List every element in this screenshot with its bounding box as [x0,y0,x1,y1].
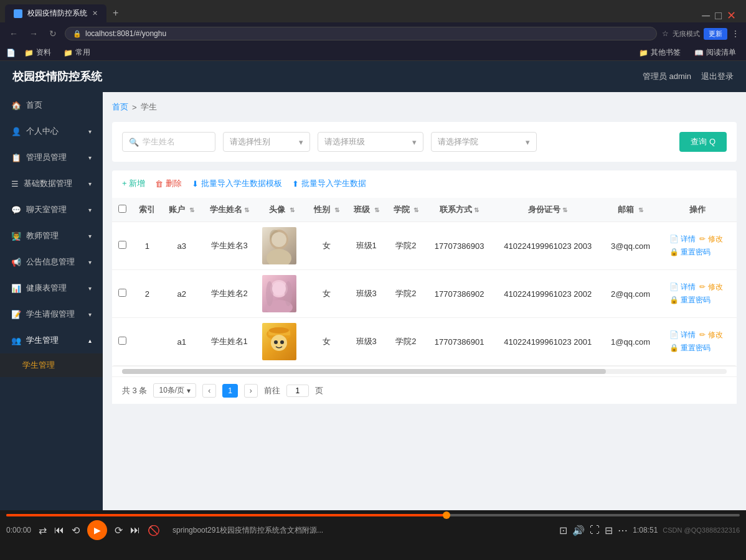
sidebar-item-home[interactable]: 🏠 首页 [0,92,103,118]
avatar-img-3 [262,323,296,360]
per-page-select[interactable]: 10条/页 ▾ [153,383,196,398]
sidebar-item-leave[interactable]: 📝 学生请假管理 ▾ [0,301,103,327]
close-window-icon[interactable]: ✕ [727,9,736,22]
row3-index [133,318,162,366]
back-button[interactable]: ← [6,27,21,40]
row3-email: 1@qq.com [603,318,658,366]
breadcrumb-home-link[interactable]: 首页 [112,101,128,113]
import-template-button[interactable]: ⬇ 批量导入学生数据模板 [192,178,282,189]
row3-detail-button[interactable]: 📄 详情 [669,330,696,340]
sidebar-sub-item-student-mgmt[interactable]: 学生管理 [0,353,103,377]
row2-edit-button[interactable]: ✏ 修改 [699,282,722,292]
row1-name: 学生姓名3 [202,222,257,270]
shuffle-button[interactable]: ⇄ [39,525,47,536]
page-number-input[interactable] [286,385,309,397]
app-header: 校园疫情防控系统 管理员 admin 退出登录 [0,61,746,92]
sort-icon-school[interactable]: ⇅ [413,207,418,213]
sidebar-item-student[interactable]: 👥 学生管理 ▴ [0,327,103,353]
sidebar-item-notice[interactable]: 📢 公告信息管理 ▾ [0,249,103,275]
row1-avatar [257,222,307,270]
pagination-bar: 共 3 条 10条/页 ▾ ‹ 1 › 前往 页 [112,376,737,404]
prev-track-button[interactable]: ⏮ [54,525,64,536]
sidebar-item-health[interactable]: 📊 健康表管理 ▾ [0,275,103,301]
update-button[interactable]: 更新 [704,28,727,40]
sort-icon-email[interactable]: ⇅ [638,207,643,213]
browser-tab-active[interactable]: 校园疫情防控系统 ✕ [5,4,106,22]
row1-edit-button[interactable]: ✏ 修改 [699,234,722,245]
scroll-thumb[interactable] [122,369,606,374]
sidebar: 🏠 首页 👤 个人中心 ▾ 📋 管理员管理 ▾ ☰ 基础数据管理 ▾ 💬 聊天室… [0,92,103,510]
checkbox-header[interactable] [112,198,133,222]
row3-reset-pwd-button[interactable]: 🔒 重置密码 [669,343,711,353]
sort-icon-account[interactable]: ⇅ [189,207,194,213]
logout-button[interactable]: 退出登录 [701,71,734,82]
progress-track[interactable] [6,514,740,516]
row1-reset-pwd-button[interactable]: 🔒 重置密码 [669,247,711,258]
tab-close-icon[interactable]: ✕ [92,9,98,17]
address-bar[interactable]: 🔒 localhost:8081/#/yonghu [65,27,657,40]
progress-thumb[interactable] [443,511,450,519]
browser-toolbar: ← → ↻ 🔒 localhost:8081/#/yonghu ☆ 无痕模式 更… [0,22,746,45]
fullscreen-button[interactable]: ⛶ [590,525,600,536]
class-select[interactable]: 请选择班级 ▾ [318,132,423,152]
fast-forward-button[interactable]: ⟳ [115,525,123,536]
no-video-button[interactable]: 🚫 [148,525,160,536]
rewind-button[interactable]: ⟲ [72,525,80,536]
row1-detail-button[interactable]: 📄 详情 [669,234,696,245]
sidebar-item-personal[interactable]: 👤 个人中心 ▾ [0,118,103,144]
horizontal-scrollbar[interactable] [112,366,737,376]
sort-icon-gender[interactable]: ⇅ [334,207,339,213]
menu-icon[interactable]: ⋮ [731,29,740,39]
row1-school: 学院2 [386,222,426,270]
row2-detail-button[interactable]: 📄 详情 [669,282,696,292]
gender-select[interactable]: 请选择性别 ▾ [223,132,310,152]
next-page-button[interactable]: › [244,384,258,398]
sidebar-item-base-data[interactable]: ☰ 基础数据管理 ▾ [0,170,103,197]
prev-page-button[interactable]: ‹ [202,384,216,398]
add-button[interactable]: + 新增 [122,178,145,189]
maximize-icon[interactable]: □ [715,9,722,22]
student-icon: 👥 [11,336,21,345]
sidebar-item-admin[interactable]: 📋 管理员管理 ▾ [0,144,103,170]
row3-edit-button[interactable]: ✏ 修改 [699,330,722,340]
sort-icon-class[interactable]: ⇅ [374,207,379,213]
row2-checkbox[interactable] [118,289,126,297]
delete-button[interactable]: 🗑 删除 [155,178,182,189]
star-icon[interactable]: ☆ [662,29,669,38]
query-button[interactable]: 查询 Q [679,132,727,152]
reading-list[interactable]: 📖 阅读清单 [691,47,740,58]
bookmark-item-common[interactable]: 📁 常用 [60,47,94,58]
forward-button[interactable]: → [26,27,41,40]
other-bookmarks[interactable]: 📁 其他书签 [635,47,684,58]
tab-favicon [14,9,22,18]
row3-checkbox[interactable] [118,337,126,345]
new-tab-button[interactable]: + [106,4,125,22]
search-name-input[interactable]: 🔍 学生姓名 [122,132,215,152]
refresh-button[interactable]: ↻ [46,27,60,40]
next-track-button[interactable]: ⏭ [130,525,140,536]
time-current: 0:00:00 [6,526,31,534]
avatar-svg-2 [262,275,296,312]
row1-actions-cell: 📄 详情 ✏ 修改 🔒 重置密码 [658,222,737,270]
import-data-button[interactable]: ⬆ 批量导入学生数据 [292,178,366,189]
sort-icon-phone[interactable]: ⇅ [474,207,479,213]
school-chevron-icon: ▾ [526,138,530,147]
sort-icon-avatar[interactable]: ⇅ [290,207,295,213]
volume-button[interactable]: 🔊 [572,525,585,536]
sidebar-item-chat[interactable]: 💬 聊天室管理 ▾ [0,197,103,223]
school-select[interactable]: 请选择学院 ▾ [431,132,537,152]
play-pause-button[interactable]: ▶ [87,520,107,540]
sort-icon-name[interactable]: ⇅ [244,207,249,213]
sort-icon-idcard[interactable]: ⇅ [562,207,567,213]
row2-name: 学生姓名2 [202,270,257,318]
more-button[interactable]: ⋯ [618,525,628,536]
bookmark-item-resources[interactable]: 📁 资料 [21,47,55,58]
pip-button[interactable]: ⊡ [559,525,567,536]
row2-reset-pwd-button[interactable]: 🔒 重置密码 [669,295,711,306]
chevron-down-icon-teacher: ▾ [88,233,92,240]
sidebar-item-teacher[interactable]: 👨‍🏫 教师管理 ▾ [0,223,103,249]
select-all-checkbox[interactable] [118,205,126,213]
mini-player-button[interactable]: ⊟ [605,525,613,536]
minimize-icon[interactable]: ─ [702,9,710,22]
row1-checkbox[interactable] [118,241,126,249]
